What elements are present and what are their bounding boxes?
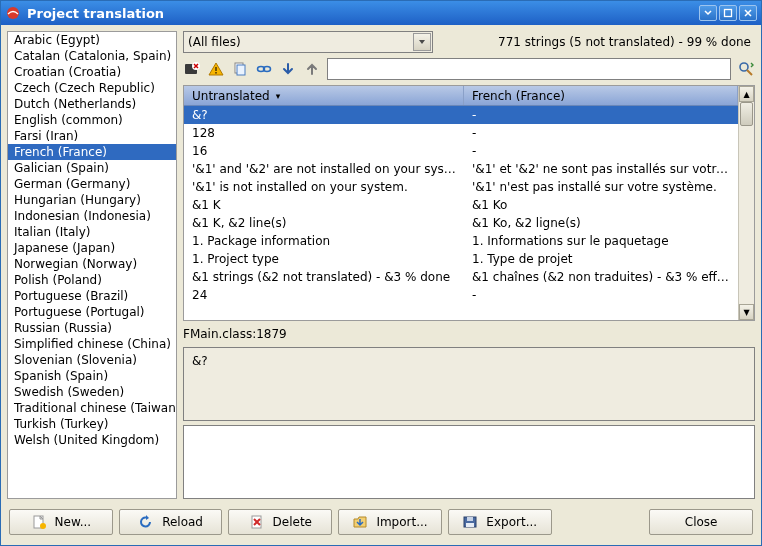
table-row[interactable]: 128- (184, 124, 738, 142)
minimize-button[interactable] (699, 5, 717, 21)
language-item[interactable]: Hungarian (Hungary) (8, 192, 176, 208)
table-row[interactable]: 1. Package information1. Informations su… (184, 232, 738, 250)
language-item[interactable]: Portuguese (Brazil) (8, 288, 176, 304)
language-item[interactable]: Arabic (Egypt) (8, 32, 176, 48)
language-item[interactable]: Russian (Russia) (8, 320, 176, 336)
svg-rect-15 (467, 517, 473, 521)
table-row[interactable]: &1 strings (&2 not translated) - &3 % do… (184, 268, 738, 286)
chevron-down-icon (413, 33, 431, 51)
status-text: 771 strings (5 not translated) - 99 % do… (441, 35, 755, 49)
close-button[interactable] (739, 5, 757, 21)
cell-translation: &1 chaînes (&2 non traduites) - &3 % eff… (464, 270, 738, 284)
translation-input[interactable] (183, 425, 755, 499)
cell-source: '&1' and '&2' are not installed on your … (184, 162, 464, 176)
language-list[interactable]: Arabic (Egypt)Catalan (Catalonia, Spain)… (7, 31, 177, 499)
table-row[interactable]: 16- (184, 142, 738, 160)
maximize-button[interactable] (719, 5, 737, 21)
table-row[interactable]: &?- (184, 106, 738, 124)
file-filter-combo[interactable]: (All files) (183, 31, 433, 53)
language-item[interactable]: Czech (Czech Republic) (8, 80, 176, 96)
cell-translation: - (464, 288, 738, 302)
language-item[interactable]: Norwegian (Norway) (8, 256, 176, 272)
svg-rect-1 (725, 10, 732, 17)
language-item[interactable]: Simplified chinese (China) (8, 336, 176, 352)
language-item[interactable]: Swedish (Sweden) (8, 384, 176, 400)
scroll-track[interactable] (739, 102, 754, 304)
table-row[interactable]: '&1' and '&2' are not installed on your … (184, 160, 738, 178)
up-arrow-icon[interactable] (303, 60, 321, 78)
bottom-bar: New... Reload Delete Import... Export...… (7, 505, 755, 539)
cell-source: 1. Package information (184, 234, 464, 248)
app-icon (5, 5, 21, 21)
table-row[interactable]: 1. Project type1. Type de projet (184, 250, 738, 268)
new-button[interactable]: New... (9, 509, 113, 535)
cell-source: 128 (184, 126, 464, 140)
scroll-down-icon[interactable]: ▼ (739, 304, 754, 320)
window-title: Project translation (27, 6, 699, 21)
language-item[interactable]: Italian (Italy) (8, 224, 176, 240)
strings-table: Untranslated ▾ French (France) &?-128-16… (183, 85, 755, 321)
language-item[interactable]: Turkish (Turkey) (8, 416, 176, 432)
language-item[interactable]: Japanese (Japan) (8, 240, 176, 256)
cell-source: 1. Project type (184, 252, 464, 266)
column-translated[interactable]: French (France) (464, 86, 738, 105)
down-arrow-icon[interactable] (279, 60, 297, 78)
scroll-thumb[interactable] (740, 102, 753, 126)
export-button-label: Export... (486, 515, 537, 529)
link-icon[interactable] (255, 60, 273, 78)
table-body[interactable]: &?-128-16-'&1' and '&2' are not installe… (184, 106, 738, 320)
find-icon[interactable] (737, 60, 755, 78)
export-icon (462, 514, 478, 530)
language-item[interactable]: Portuguese (Portugal) (8, 304, 176, 320)
new-file-icon (31, 514, 47, 530)
language-item[interactable]: Traditional chinese (Taiwan) (8, 400, 176, 416)
warning-icon[interactable] (207, 60, 225, 78)
location-label: FMain.class:1879 (183, 325, 755, 343)
language-item[interactable]: Indonesian (Indonesia) (8, 208, 176, 224)
reload-button[interactable]: Reload (119, 509, 223, 535)
main-area: Arabic (Egypt)Catalan (Catalonia, Spain)… (7, 31, 755, 499)
close-dialog-button[interactable]: Close (649, 509, 753, 535)
cell-source: &1 K, &2 line(s) (184, 216, 464, 230)
copy-icon[interactable] (231, 60, 249, 78)
language-item[interactable]: Spanish (Spain) (8, 368, 176, 384)
svg-point-12 (40, 523, 46, 529)
cell-translation: &1 Ko (464, 198, 738, 212)
titlebar: Project translation (1, 1, 761, 25)
export-button[interactable]: Export... (448, 509, 552, 535)
language-item[interactable]: Dutch (Netherlands) (8, 96, 176, 112)
svg-point-10 (740, 63, 748, 71)
scroll-up-icon[interactable]: ▲ (739, 86, 754, 102)
close-dialog-button-label: Close (685, 515, 718, 529)
language-item[interactable]: French (France) (8, 144, 176, 160)
table-row[interactable]: '&1' is not installed on your system.'&1… (184, 178, 738, 196)
table-row[interactable]: 24- (184, 286, 738, 304)
svg-rect-7 (237, 65, 245, 75)
language-item[interactable]: Galician (Spain) (8, 160, 176, 176)
column-untranslated[interactable]: Untranslated ▾ (184, 86, 464, 105)
cell-translation: '&1' et '&2' ne sont pas installés sur v… (464, 162, 738, 176)
cell-source: 24 (184, 288, 464, 302)
cell-translation: - (464, 108, 738, 122)
language-item[interactable]: Croatian (Croatia) (8, 64, 176, 80)
language-item[interactable]: Catalan (Catalonia, Spain) (8, 48, 176, 64)
table-row[interactable]: &1 K&1 Ko (184, 196, 738, 214)
delete-button[interactable]: Delete (228, 509, 332, 535)
source-text-box: &? (183, 347, 755, 421)
clear-icon[interactable] (183, 60, 201, 78)
search-input[interactable] (327, 58, 731, 80)
language-item[interactable]: Slovenian (Slovenia) (8, 352, 176, 368)
right-pane: (All files) 771 strings (5 not translate… (183, 31, 755, 499)
language-item[interactable]: German (Germany) (8, 176, 176, 192)
language-item[interactable]: Welsh (United Kingdom) (8, 432, 176, 448)
vertical-scrollbar[interactable]: ▲ ▼ (738, 86, 754, 320)
language-item[interactable]: English (common) (8, 112, 176, 128)
import-button[interactable]: Import... (338, 509, 442, 535)
cell-translation: 1. Type de projet (464, 252, 738, 266)
table-row[interactable]: &1 K, &2 line(s)&1 Ko, &2 ligne(s) (184, 214, 738, 232)
cell-translation: - (464, 126, 738, 140)
svg-rect-4 (215, 67, 217, 71)
language-item[interactable]: Farsi (Iran) (8, 128, 176, 144)
language-item[interactable]: Polish (Poland) (8, 272, 176, 288)
svg-rect-5 (215, 72, 217, 74)
